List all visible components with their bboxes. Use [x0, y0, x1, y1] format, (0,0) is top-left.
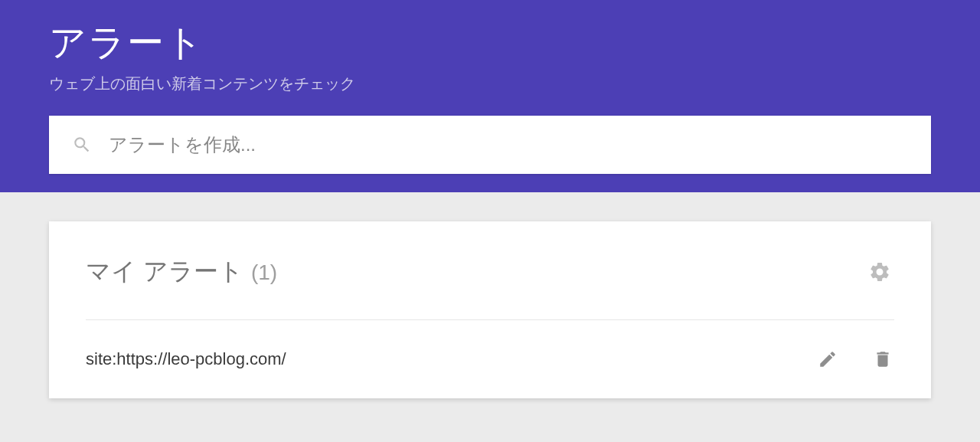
search-icon: [72, 135, 92, 155]
my-alerts-header: マイ アラート (1): [86, 255, 894, 320]
header: アラート ウェブ上の面白い新着コンテンツをチェック: [0, 0, 980, 192]
my-alerts-title: マイ アラート: [86, 255, 243, 289]
edit-alert-button[interactable]: [816, 348, 839, 371]
page-title: アラート: [49, 18, 931, 67]
trash-icon: [873, 349, 893, 369]
delete-alert-button[interactable]: [871, 348, 894, 371]
alert-actions: [816, 348, 894, 371]
page-subtitle: ウェブ上の面白い新着コンテンツをチェック: [49, 74, 931, 94]
search-input[interactable]: [92, 134, 908, 156]
my-alerts-title-wrap: マイ アラート (1): [86, 255, 277, 289]
gear-icon: [868, 260, 891, 283]
alert-query[interactable]: site:https://leo-pcblog.com/: [86, 349, 286, 369]
alert-row: site:https://leo-pcblog.com/: [86, 320, 894, 371]
my-alerts-card: マイ アラート (1) site:https://leo-pcblog.com/: [49, 221, 931, 398]
settings-button[interactable]: [865, 257, 894, 286]
search-bar[interactable]: [49, 116, 931, 174]
my-alerts-count: (1): [251, 260, 277, 285]
pencil-icon: [818, 349, 838, 369]
